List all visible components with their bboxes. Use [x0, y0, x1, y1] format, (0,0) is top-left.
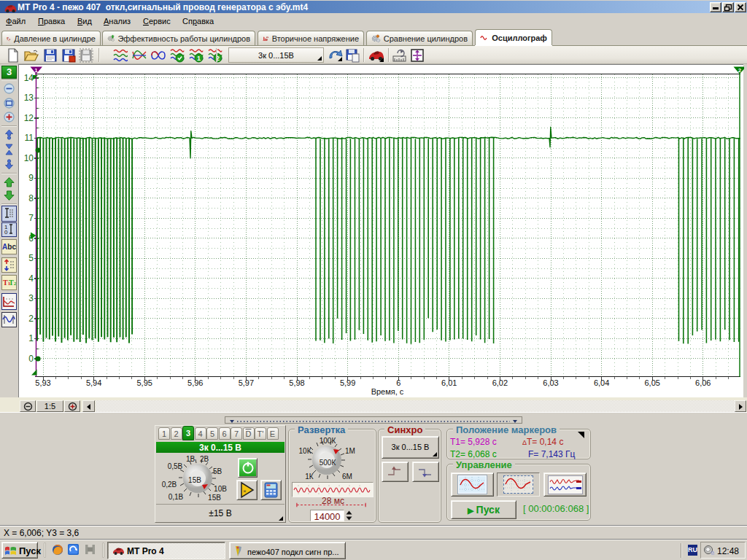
svg-text:13: 13 [24, 93, 34, 103]
svg-text:6,06: 6,06 [695, 378, 711, 387]
svg-text:0: 0 [28, 354, 34, 364]
svg-text:14: 14 [24, 73, 34, 83]
svg-text:5,96: 5,96 [187, 378, 203, 387]
svg-text:5,93: 5,93 [35, 378, 50, 387]
svg-text:P: P [7, 36, 9, 40]
svg-text:500К: 500К [320, 459, 336, 467]
svg-text:1: 1 [34, 67, 38, 74]
svg-text:12: 12 [24, 113, 34, 123]
svg-text:0: 0 [4, 229, 8, 236]
svg-text:6,05: 6,05 [644, 378, 659, 387]
svg-text:2: 2 [738, 67, 742, 74]
svg-text:10К: 10К [299, 447, 311, 455]
svg-text:5,99: 5,99 [340, 378, 355, 387]
svg-text:5,94: 5,94 [86, 378, 101, 387]
svg-text:6,02: 6,02 [492, 378, 508, 387]
svg-text:5,97: 5,97 [239, 378, 254, 387]
svg-text:5,98: 5,98 [289, 378, 304, 387]
svg-text:10: 10 [24, 153, 34, 163]
svg-text:1В: 1В [186, 455, 196, 463]
svg-text:6М: 6М [342, 472, 352, 481]
svg-text:Время, с: Время, с [371, 387, 404, 396]
svg-text:1М: 1М [345, 447, 355, 455]
svg-text:6: 6 [396, 378, 400, 387]
svg-text:2: 2 [28, 314, 34, 324]
svg-text:8: 8 [28, 193, 34, 203]
svg-text:×: × [243, 488, 247, 494]
svg-text:T2: T2 [9, 279, 16, 287]
svg-text:5,95: 5,95 [136, 378, 152, 387]
svg-text:4: 4 [28, 273, 34, 284]
svg-text:5: 5 [28, 253, 34, 263]
svg-text:0,1В: 0,1В [169, 493, 184, 501]
svg-text:100К: 100К [320, 437, 336, 445]
svg-text:1: 1 [197, 55, 201, 62]
svg-text:11: 11 [25, 133, 34, 143]
svg-text:1К: 1К [305, 472, 314, 481]
svg-text:10В: 10В [214, 485, 227, 493]
svg-text:15В: 15В [208, 494, 221, 502]
svg-text:6,01: 6,01 [441, 378, 457, 387]
svg-text:3: 3 [28, 293, 34, 303]
svg-text:0,5В: 0,5В [168, 462, 183, 470]
svg-text:6,03: 6,03 [543, 378, 558, 387]
svg-text:5В: 5В [213, 467, 222, 475]
svg-text:6,04: 6,04 [594, 378, 609, 387]
svg-text:15В: 15В [188, 476, 201, 484]
svg-text:0,2В: 0,2В [162, 481, 177, 489]
svg-text:7: 7 [28, 213, 34, 223]
svg-text:2В: 2В [200, 455, 209, 463]
svg-text:1: 1 [28, 333, 34, 343]
svg-text:9: 9 [28, 173, 34, 183]
